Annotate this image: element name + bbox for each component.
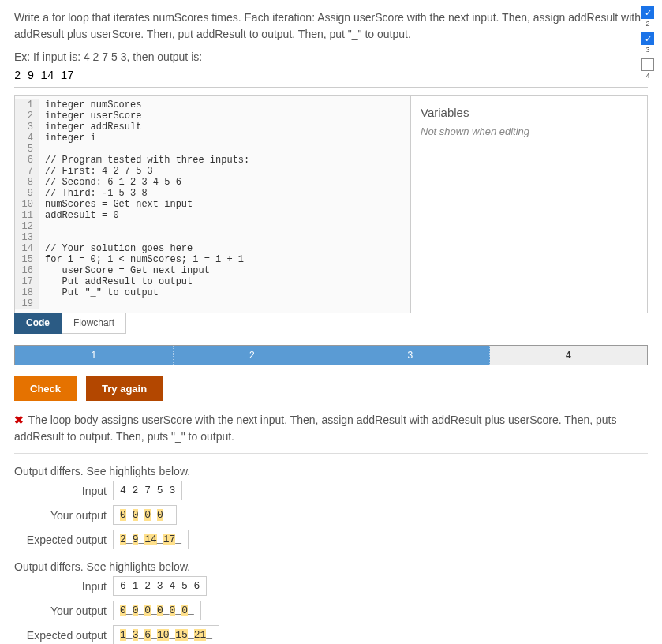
progress-bar: 1234 bbox=[14, 345, 648, 365]
code-text: Put addResult to output bbox=[39, 276, 193, 287]
progress-checkboxes: ✓2✓34 bbox=[641, 6, 654, 80]
output-token: _ bbox=[126, 605, 133, 616]
feedback-message: ✖ The loop body assigns userScore with t… bbox=[14, 412, 648, 454]
output-differs-label: Output differs. See highlights below. bbox=[14, 560, 648, 573]
variables-title: Variables bbox=[421, 106, 638, 119]
your-output-label: Your output bbox=[14, 509, 113, 522]
expected-output-value: 2_9_14_17_ bbox=[113, 530, 189, 549]
output-token: _ bbox=[126, 534, 133, 545]
try-again-button[interactable]: Try again bbox=[86, 376, 163, 401]
code-line[interactable]: 11addResult = 0 bbox=[15, 210, 410, 221]
check-button[interactable]: Check bbox=[14, 376, 77, 401]
your-output-label: Your output bbox=[14, 605, 113, 617]
output-token: 6 bbox=[144, 629, 151, 641]
example-label: Ex: If input is: 4 2 7 5 3, then output … bbox=[14, 51, 648, 63]
output-token: 0 bbox=[181, 605, 188, 616]
output-token: _ bbox=[151, 509, 157, 521]
code-editor[interactable]: 1integer numScores2integer userScore3int… bbox=[15, 96, 410, 313]
output-token: 0 bbox=[120, 509, 126, 521]
test-case: Output differs. See highlights below.Inp… bbox=[14, 560, 648, 644]
code-text: addResult = 0 bbox=[39, 210, 119, 221]
expected-output-value: 1_3_6_10_15_21_ bbox=[113, 625, 219, 644]
output-token: _ bbox=[157, 534, 163, 545]
code-line[interactable]: 6// Program tested with three inputs: bbox=[15, 155, 410, 166]
code-line[interactable]: 4integer i bbox=[15, 133, 410, 144]
output-token: 15 bbox=[175, 629, 188, 641]
expected-output-row: Expected output2_9_14_17_ bbox=[14, 530, 648, 549]
your-output-row: Your output0_0_0_0_ bbox=[14, 505, 648, 525]
code-line[interactable]: 18 Put "_" to output bbox=[15, 287, 410, 298]
expected-output-label: Expected output bbox=[14, 534, 113, 546]
feedback-text: The loop body assigns userScore with the… bbox=[14, 414, 616, 443]
editor-tabs: Code Flowchart bbox=[14, 313, 648, 334]
line-number: 18 bbox=[15, 287, 39, 298]
output-token: 0 bbox=[144, 509, 151, 521]
output-differs-label: Output differs. See highlights below. bbox=[14, 465, 648, 477]
code-line[interactable]: 19 bbox=[15, 298, 410, 309]
checkbox-number: 2 bbox=[641, 20, 654, 28]
line-number: 8 bbox=[15, 177, 39, 188]
progress-segment[interactable]: 1 bbox=[15, 346, 174, 365]
code-line[interactable]: 5 bbox=[15, 144, 410, 155]
expected-output-row: Expected output1_3_6_10_15_21_ bbox=[14, 625, 648, 644]
output-token: 0 bbox=[157, 605, 163, 616]
line-number: 2 bbox=[15, 110, 39, 122]
input-row: Input6 1 2 3 4 5 6 bbox=[14, 576, 648, 596]
code-line[interactable]: 3integer addResult bbox=[15, 122, 410, 133]
code-text bbox=[39, 298, 45, 309]
code-line[interactable]: 12 bbox=[15, 221, 410, 232]
test-case: Output differs. See highlights below.Inp… bbox=[14, 465, 648, 549]
tab-code[interactable]: Code bbox=[14, 313, 62, 334]
checkbox-number: 3 bbox=[641, 46, 654, 54]
your-output-value: 0_0_0_0_ bbox=[113, 505, 177, 525]
line-number: 9 bbox=[15, 188, 39, 199]
code-text: integer i bbox=[39, 133, 96, 144]
checkbox-icon[interactable] bbox=[641, 58, 654, 71]
line-number: 17 bbox=[15, 276, 39, 287]
editor-panel: 1integer numScores2integer userScore3int… bbox=[14, 95, 648, 313]
code-line[interactable]: 8// Second: 6 1 2 3 4 5 6 bbox=[15, 177, 410, 188]
progress-segment[interactable]: 4 bbox=[490, 346, 648, 365]
output-token: 14 bbox=[144, 534, 157, 545]
code-text: numScores = Get next input bbox=[39, 199, 193, 210]
code-text: integer addResult bbox=[39, 122, 141, 133]
code-line[interactable]: 2integer userScore bbox=[15, 110, 410, 122]
output-token: _ bbox=[151, 629, 157, 641]
output-token: _ bbox=[126, 629, 133, 641]
output-token: 17 bbox=[163, 534, 176, 545]
code-line[interactable]: 10numScores = Get next input bbox=[15, 199, 410, 210]
line-number: 1 bbox=[15, 99, 39, 110]
line-number: 19 bbox=[15, 298, 39, 309]
output-token: 0 bbox=[120, 605, 126, 616]
input-label: Input bbox=[14, 580, 113, 593]
code-line[interactable]: 16 userScore = Get next input bbox=[15, 265, 410, 276]
tab-flowchart[interactable]: Flowchart bbox=[62, 313, 126, 334]
output-token: 10 bbox=[157, 629, 170, 641]
code-text bbox=[39, 232, 45, 243]
checkbox-number: 4 bbox=[641, 72, 654, 80]
variables-panel: Variables Not shown when editing bbox=[410, 96, 647, 313]
line-number: 5 bbox=[15, 144, 39, 155]
progress-segment[interactable]: 3 bbox=[331, 346, 490, 365]
output-token: _ bbox=[126, 509, 133, 521]
code-line[interactable]: 7// First: 4 2 7 5 3 bbox=[15, 166, 410, 177]
line-number: 13 bbox=[15, 232, 39, 243]
code-text: integer numScores bbox=[39, 99, 141, 110]
code-text: // Program tested with three inputs: bbox=[39, 155, 249, 166]
code-text: userScore = Get next input bbox=[39, 265, 210, 276]
code-line[interactable]: 15for i = 0; i < numScores; i = i + 1 bbox=[15, 254, 410, 265]
code-text: // First: 4 2 7 5 3 bbox=[39, 166, 153, 177]
variables-note: Not shown when editing bbox=[421, 125, 638, 137]
code-line[interactable]: 9// Third: -1 5 3 8 bbox=[15, 188, 410, 199]
code-line[interactable]: 14// Your solution goes here bbox=[15, 243, 410, 254]
checkbox-icon[interactable]: ✓ bbox=[641, 32, 654, 45]
code-text: for i = 0; i < numScores; i = i + 1 bbox=[39, 254, 244, 265]
code-line[interactable]: 17 Put addResult to output bbox=[15, 276, 410, 287]
progress-segment[interactable]: 2 bbox=[174, 346, 332, 365]
code-text bbox=[39, 221, 45, 232]
output-token: _ bbox=[175, 534, 181, 545]
code-line[interactable]: 13 bbox=[15, 232, 410, 243]
checkbox-icon[interactable]: ✓ bbox=[641, 6, 654, 19]
code-line[interactable]: 1integer numScores bbox=[15, 99, 410, 110]
line-number: 15 bbox=[15, 254, 39, 265]
